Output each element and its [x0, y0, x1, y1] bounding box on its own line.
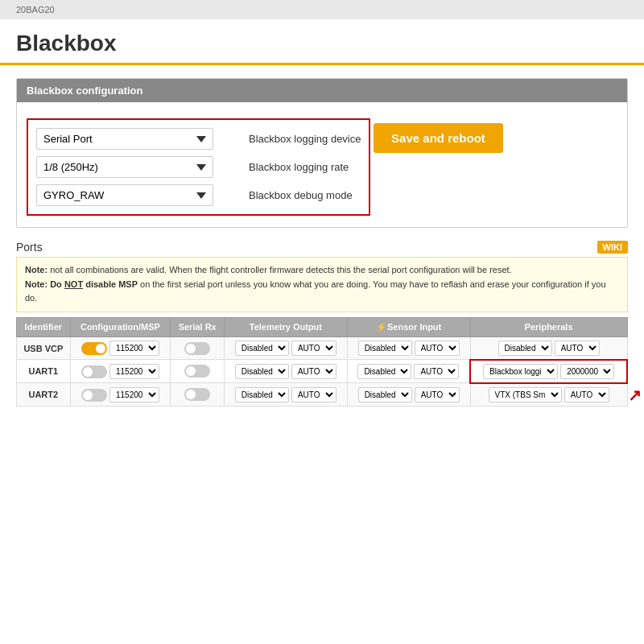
row-sensor: Disabled AUTO [347, 383, 470, 407]
ports-section: Ports WIKI Note: not all combinations ar… [16, 241, 628, 407]
peripheral-baud-highlighted[interactable]: 2000000 [560, 364, 614, 379]
sensor-select[interactable]: Disabled [357, 364, 411, 379]
sensor-auto[interactable]: AUTO [415, 341, 460, 356]
row-peripheral: Disabled AUTO [470, 336, 627, 360]
arrow-indicator: ↗ [628, 386, 642, 405]
ports-header-row: Ports WIKI [16, 241, 628, 254]
telemetry-auto[interactable]: AUTO [291, 387, 336, 402]
row-peripheral-highlighted: Blackbox loggi 2000000 [470, 360, 627, 383]
sensor-auto[interactable]: AUTO [415, 387, 460, 402]
msp-toggle[interactable] [81, 342, 107, 355]
debug-mode-label: Blackbox debug mode [236, 189, 361, 201]
col-identifier: Identifier [17, 317, 71, 336]
logging-rate-select[interactable]: 1/8 (250Hz) 1/4 (500Hz) 1/2 (1kHz) 1/1 (… [36, 156, 213, 178]
row-msp: 115200 [70, 383, 171, 407]
row-serial-rx [171, 360, 225, 383]
blackbox-config-body: Serial Port SDCARD NONE Blackbox logging… [17, 102, 627, 227]
ports-table: Identifier Configuration/MSP Serial Rx T… [16, 317, 628, 407]
msp-baud[interactable]: 115200 [109, 387, 159, 402]
telemetry-select[interactable]: Disabled [235, 364, 289, 379]
row-sensor: Disabled AUTO [347, 336, 470, 360]
logging-device-label: Blackbox logging device [236, 133, 361, 145]
page-header: Blackbox [0, 19, 644, 65]
col-telemetry: Telemetry Output [225, 317, 348, 336]
peripheral-auto[interactable]: AUTO [564, 387, 609, 402]
config-grid: Serial Port SDCARD NONE Blackbox logging… [27, 118, 370, 216]
blackbox-config-section: Blackbox configuration Serial Port SDCAR… [16, 78, 628, 228]
page-title: Blackbox [16, 31, 628, 56]
msp-toggle[interactable] [81, 365, 107, 378]
row-msp: 115200 [70, 360, 171, 383]
serial-rx-toggle[interactable] [184, 342, 210, 355]
peripheral-select[interactable]: VTX (TBS Sm [489, 387, 562, 402]
page-wrapper: 20BAG20 Blackbox Blackbox configuration … [0, 0, 644, 644]
row-serial-rx [171, 336, 225, 360]
top-bar: 20BAG20 [0, 0, 644, 19]
table-row: UART2 115200 Disabled AUTO Disabled A [17, 383, 628, 407]
serial-rx-toggle[interactable] [184, 388, 210, 401]
logging-rate-label: Blackbox logging rate [236, 161, 361, 173]
note-line-2: Note: Do NOT disable MSP on the first se… [25, 278, 619, 306]
row-identifier: USB VCP [17, 336, 71, 360]
save-reboot-button[interactable]: Save and reboot [374, 123, 503, 153]
row-telemetry: Disabled AUTO [225, 383, 348, 407]
telemetry-select[interactable]: Disabled [235, 341, 289, 356]
ports-note-box: Note: not all combinations are valid. Wh… [16, 257, 628, 312]
ports-title: Ports [16, 241, 43, 254]
col-config-msp: Configuration/MSP [70, 317, 171, 336]
sensor-auto[interactable]: AUTO [414, 364, 459, 379]
wiki-badge[interactable]: WIKI [597, 241, 628, 254]
telemetry-auto[interactable]: AUTO [291, 341, 336, 356]
telemetry-auto[interactable]: AUTO [291, 364, 336, 379]
serial-rx-toggle[interactable] [184, 365, 210, 378]
row-telemetry: Disabled AUTO [225, 360, 348, 383]
peripheral-auto[interactable]: AUTO [555, 341, 600, 356]
msp-baud[interactable]: 115200 [109, 341, 159, 356]
msp-baud[interactable]: 115200 [109, 364, 159, 379]
col-sensor: ⚡Sensor Input [347, 317, 470, 336]
row-peripheral: VTX (TBS Sm AUTO ↗ [470, 383, 627, 407]
table-header-row: Identifier Configuration/MSP Serial Rx T… [17, 317, 628, 336]
row-identifier: UART1 [17, 360, 71, 383]
col-serial-rx: Serial Rx [171, 317, 225, 336]
msp-toggle[interactable] [81, 389, 107, 402]
peripheral-select-highlighted[interactable]: Blackbox loggi [483, 364, 558, 379]
logging-device-select[interactable]: Serial Port SDCARD NONE [36, 128, 213, 150]
row-identifier: UART2 [17, 383, 71, 407]
row-telemetry: Disabled AUTO [225, 336, 348, 360]
sensor-select[interactable]: Disabled [358, 341, 412, 356]
sensor-select[interactable]: Disabled [358, 387, 412, 402]
table-row: UART1 115200 Disabled AUTO Disabled A [17, 360, 628, 383]
peripheral-select[interactable]: Disabled [498, 341, 552, 356]
top-bar-label: 20BAG20 [16, 5, 55, 14]
row-msp: 115200 [70, 336, 171, 360]
note-line-1: Note: not all combinations are valid. Wh… [25, 263, 619, 278]
debug-mode-select[interactable]: GYRO_RAW NONE CYCLETIME BATTERY [36, 184, 213, 206]
row-sensor: Disabled AUTO [347, 360, 470, 383]
blackbox-config-header: Blackbox configuration [17, 79, 627, 102]
table-row: USB VCP 115200 Disabled AUTO Disabled [17, 336, 628, 360]
telemetry-select[interactable]: Disabled [235, 387, 289, 402]
row-serial-rx [171, 383, 225, 407]
col-peripherals: Peripherals [470, 317, 627, 336]
